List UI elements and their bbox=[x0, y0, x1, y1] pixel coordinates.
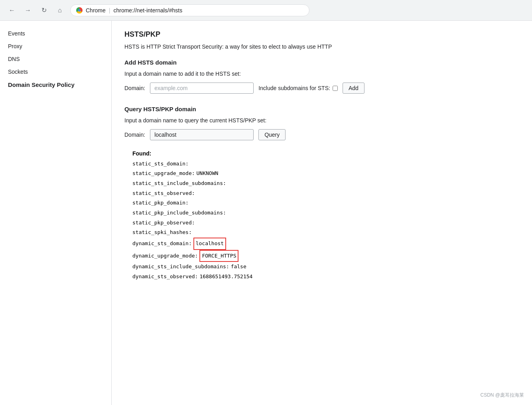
sidebar-item-sockets[interactable]: Sockets bbox=[0, 65, 111, 78]
sidebar-item-domain-security-policy[interactable]: Domain Security Policy bbox=[0, 78, 111, 91]
result-line-3: static_sts_observed: bbox=[132, 189, 519, 199]
sidebar-item-proxy[interactable]: Proxy bbox=[0, 40, 111, 53]
result-key-9: dynamic_upgrade_mode: bbox=[132, 251, 198, 261]
results-found-line: Found: bbox=[132, 148, 519, 159]
include-subdomains-text: Include subdomains for STS: bbox=[258, 85, 330, 91]
query-button[interactable]: Query bbox=[258, 129, 286, 140]
result-value-10: false bbox=[231, 262, 246, 272]
query-section-title: Query HSTS/PKP domain bbox=[124, 106, 519, 112]
result-key-8: dynamic_sts_domain: bbox=[132, 239, 192, 249]
add-button[interactable]: Add bbox=[343, 83, 365, 94]
url-text: chrome://net-internals/#hsts bbox=[113, 7, 182, 14]
result-line-11: dynamic_sts_observed: 1688651493.752154 bbox=[132, 272, 519, 282]
sidebar: Events Proxy DNS Sockets Domain Security… bbox=[0, 21, 112, 405]
include-subdomains-checkbox[interactable] bbox=[333, 86, 338, 91]
result-key-2: static_sts_include_subdomains: bbox=[132, 179, 226, 189]
result-line-6: static_pkp_observed: bbox=[132, 218, 519, 228]
result-key-6: static_pkp_observed: bbox=[132, 218, 195, 228]
result-key-0: static_sts_domain: bbox=[132, 159, 189, 169]
result-line-4: static_pkp_domain: bbox=[132, 198, 519, 208]
include-subdomains-label: Include subdomains for STS: bbox=[258, 85, 338, 91]
result-line-8: dynamic_sts_domain: localhost bbox=[132, 238, 519, 250]
query-domain-label: Domain: bbox=[124, 132, 145, 138]
add-section-hint: Input a domain name to add it to the HST… bbox=[124, 71, 519, 77]
chrome-icon bbox=[76, 7, 83, 14]
forward-button[interactable]: → bbox=[22, 5, 33, 16]
add-domain-label: Domain: bbox=[124, 85, 145, 91]
result-key-3: static_sts_observed: bbox=[132, 189, 195, 199]
results-block: Found: static_sts_domain: static_upgrade… bbox=[132, 148, 519, 282]
result-key-5: static_pkp_include_subdomains: bbox=[132, 208, 226, 218]
query-section-hint: Input a domain name to query the current… bbox=[124, 117, 519, 124]
watermark: CSDN @庞耳拉海莱 bbox=[480, 392, 524, 399]
result-value-8-highlight: localhost bbox=[193, 238, 226, 250]
query-domain-row: Domain: Query bbox=[124, 129, 519, 140]
result-line-10: dynamic_sts_include_subdomains: false bbox=[132, 262, 519, 272]
result-key-1: static_upgrade_mode: bbox=[132, 169, 195, 179]
address-separator: | bbox=[109, 7, 110, 14]
address-bar[interactable]: Chrome | chrome://net-internals/#hsts bbox=[70, 4, 309, 16]
result-line-5: static_pkp_include_subdomains: bbox=[132, 208, 519, 218]
result-line-7: static_spki_hashes: bbox=[132, 228, 519, 238]
app-name: Chrome bbox=[86, 7, 106, 14]
browser-toolbar: ← → ↻ ⌂ Chrome | chrome://net-internals/… bbox=[0, 0, 532, 21]
results-found-label: Found: bbox=[132, 148, 151, 159]
result-value-9-highlight: FORCE_HTTPS bbox=[199, 250, 238, 262]
add-domain-row: Domain: Include subdomains for STS: Add bbox=[124, 83, 519, 94]
result-key-7: static_spki_hashes: bbox=[132, 228, 192, 238]
result-value-11: 1688651493.752154 bbox=[199, 272, 252, 282]
page-title: HSTS/PKP bbox=[124, 30, 519, 39]
sidebar-item-dns[interactable]: DNS bbox=[0, 53, 111, 65]
result-line-0: static_sts_domain: bbox=[132, 159, 519, 169]
main-content: HSTS/PKP HSTS is HTTP Strict Transport S… bbox=[112, 21, 532, 405]
result-key-11: dynamic_sts_observed: bbox=[132, 272, 198, 282]
add-section-title: Add HSTS domain bbox=[124, 59, 519, 66]
refresh-button[interactable]: ↻ bbox=[38, 5, 49, 16]
page-desc: HSTS is HTTP Strict Transport Security: … bbox=[124, 43, 519, 51]
result-key-10: dynamic_sts_include_subdomains: bbox=[132, 262, 229, 272]
result-line-1: static_upgrade_mode: UNKNOWN bbox=[132, 169, 519, 179]
result-line-2: static_sts_include_subdomains: bbox=[132, 179, 519, 189]
add-domain-input[interactable] bbox=[150, 83, 254, 94]
add-hsts-section: Add HSTS domain Input a domain name to a… bbox=[124, 59, 519, 94]
result-value-1: UNKNOWN bbox=[197, 169, 219, 179]
sidebar-item-events[interactable]: Events bbox=[0, 27, 111, 40]
app-layout: Events Proxy DNS Sockets Domain Security… bbox=[0, 21, 532, 405]
query-hsts-section: Query HSTS/PKP domain Input a domain nam… bbox=[124, 106, 519, 140]
result-key-4: static_pkp_domain: bbox=[132, 198, 189, 208]
result-line-9: dynamic_upgrade_mode: FORCE_HTTPS bbox=[132, 250, 519, 262]
home-button[interactable]: ⌂ bbox=[54, 5, 65, 16]
back-button[interactable]: ← bbox=[6, 5, 18, 16]
query-domain-input[interactable] bbox=[150, 129, 254, 140]
